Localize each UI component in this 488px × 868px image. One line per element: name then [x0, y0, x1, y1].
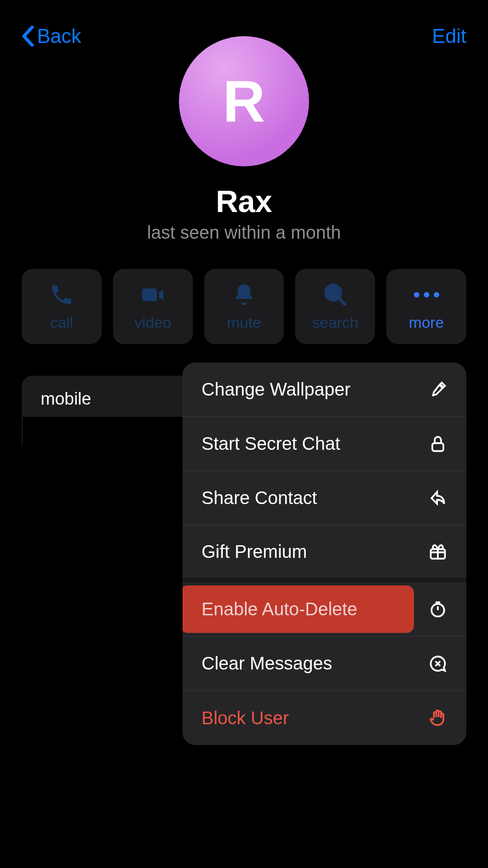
avatar[interactable]: R — [179, 36, 309, 166]
lock-icon — [428, 434, 447, 453]
phone-icon — [49, 282, 74, 307]
menu-block-user[interactable]: Block User — [183, 691, 466, 745]
svg-line-1 — [338, 298, 345, 304]
back-label: Back — [37, 25, 81, 47]
call-label: call — [50, 314, 73, 331]
video-label: video — [135, 314, 171, 331]
svg-rect-2 — [432, 443, 444, 451]
more-button[interactable]: more — [386, 269, 466, 344]
hand-icon — [428, 708, 447, 727]
menu-change-wallpaper[interactable]: Change Wallpaper — [183, 363, 466, 417]
clear-chat-icon — [428, 654, 447, 673]
share-icon — [428, 489, 447, 508]
more-label: more — [409, 314, 444, 331]
search-label: search — [312, 314, 358, 331]
menu-start-secret-chat[interactable]: Start Secret Chat — [183, 417, 466, 471]
menu-enable-auto-delete[interactable]: Enable Auto-Delete — [183, 582, 466, 637]
actions-row: call video mute search more — [22, 269, 466, 344]
menu-share-contact[interactable]: Share Contact — [183, 471, 466, 525]
mute-button[interactable]: mute — [204, 269, 284, 344]
back-button[interactable]: Back — [22, 25, 81, 47]
call-button[interactable]: call — [22, 269, 102, 344]
profile-name: Rax — [216, 184, 272, 219]
menu-clear-messages[interactable]: Clear Messages — [183, 637, 466, 691]
context-menu: Change Wallpaper Start Secret Chat Share… — [183, 363, 466, 745]
edit-button[interactable]: Edit — [432, 25, 466, 47]
gift-icon — [428, 542, 447, 561]
menu-gift-premium[interactable]: Gift Premium — [183, 525, 466, 582]
video-button[interactable]: video — [113, 269, 193, 344]
mute-label: mute — [227, 314, 261, 331]
more-icon — [414, 282, 439, 307]
search-button[interactable]: search — [295, 269, 375, 344]
timer-icon — [428, 600, 447, 619]
profile-section: R Rax last seen within a month — [22, 36, 466, 243]
bell-icon — [231, 282, 257, 307]
chevron-left-icon — [22, 26, 34, 47]
profile-status: last seen within a month — [147, 222, 341, 243]
search-icon — [323, 282, 348, 307]
brush-icon — [428, 380, 447, 399]
video-icon — [140, 282, 165, 307]
